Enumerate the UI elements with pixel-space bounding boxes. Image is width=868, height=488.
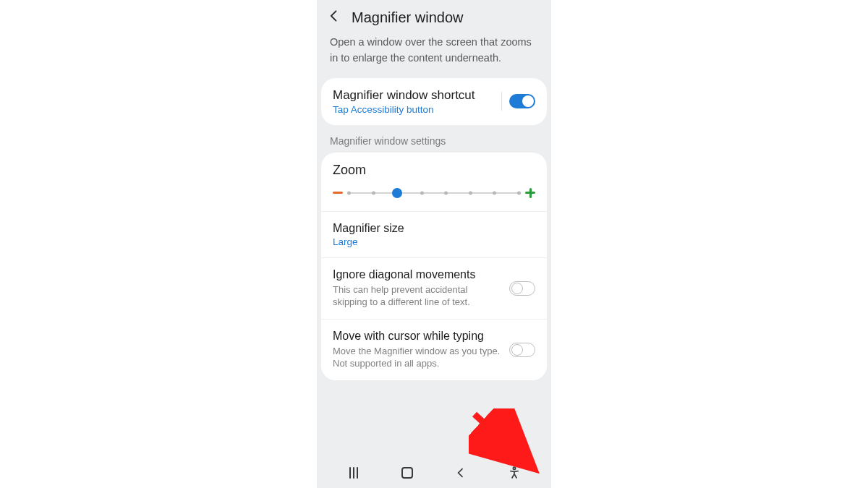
ignore-diagonal-subtitle: This can help prevent accidental skippin…	[333, 283, 503, 309]
accessibility-nav-button[interactable]	[501, 463, 527, 483]
svg-line-1	[475, 414, 525, 461]
zoom-step-dot[interactable]	[420, 191, 424, 194]
back-nav-button[interactable]	[448, 463, 474, 483]
section-label: Magnifier window settings	[317, 125, 551, 153]
shortcut-toggle[interactable]	[509, 94, 535, 108]
back-icon[interactable]	[327, 9, 341, 26]
shortcut-row[interactable]: Magnifier window shortcut Tap Accessibil…	[321, 78, 547, 125]
page-title: Magnifier window	[352, 9, 464, 26]
zoom-out-icon[interactable]	[333, 192, 343, 194]
zoom-slider[interactable]	[333, 188, 535, 198]
shortcut-title: Magnifier window shortcut	[333, 88, 493, 103]
settings-screen: Magnifier window Open a window over the …	[317, 0, 551, 488]
recents-button[interactable]	[341, 463, 367, 483]
svg-point-0	[513, 467, 515, 469]
zoom-step-dot[interactable]	[517, 191, 521, 194]
zoom-step-dot[interactable]	[493, 191, 496, 194]
zoom-row: Zoom	[321, 153, 547, 211]
zoom-track[interactable]	[347, 188, 521, 198]
move-cursor-row[interactable]: Move with cursor while typing Move the M…	[321, 319, 547, 380]
magnifier-size-row[interactable]: Magnifier size Large	[321, 211, 547, 257]
ignore-diagonal-title: Ignore diagonal movements	[333, 268, 503, 281]
shortcut-subtitle: Tap Accessibility button	[333, 104, 493, 115]
zoom-in-icon[interactable]	[525, 188, 535, 198]
zoom-thumb[interactable]	[392, 188, 402, 198]
zoom-step-dot[interactable]	[469, 191, 472, 194]
zoom-step-dot[interactable]	[372, 191, 375, 194]
move-cursor-toggle[interactable]	[509, 343, 535, 357]
shortcut-card: Magnifier window shortcut Tap Accessibil…	[321, 78, 547, 125]
move-cursor-title: Move with cursor while typing	[333, 330, 503, 343]
magnifier-size-title: Magnifier size	[333, 222, 529, 235]
move-cursor-subtitle: Move the Magnifier window as you type. N…	[333, 345, 503, 370]
zoom-step-dot[interactable]	[347, 191, 351, 194]
zoom-title: Zoom	[333, 163, 535, 178]
zoom-step-dot[interactable]	[444, 191, 448, 194]
system-nav-bar	[317, 458, 551, 488]
settings-card: Zoom Magnifier size Large	[321, 153, 547, 380]
page-description: Open a window over the screen that zooms…	[317, 29, 551, 78]
magnifier-size-value: Large	[333, 236, 529, 247]
home-button[interactable]	[394, 463, 420, 483]
header: Magnifier window	[317, 0, 551, 29]
ignore-diagonal-toggle[interactable]	[509, 281, 535, 296]
divider	[501, 92, 502, 111]
ignore-diagonal-row[interactable]: Ignore diagonal movements This can help …	[321, 257, 547, 319]
